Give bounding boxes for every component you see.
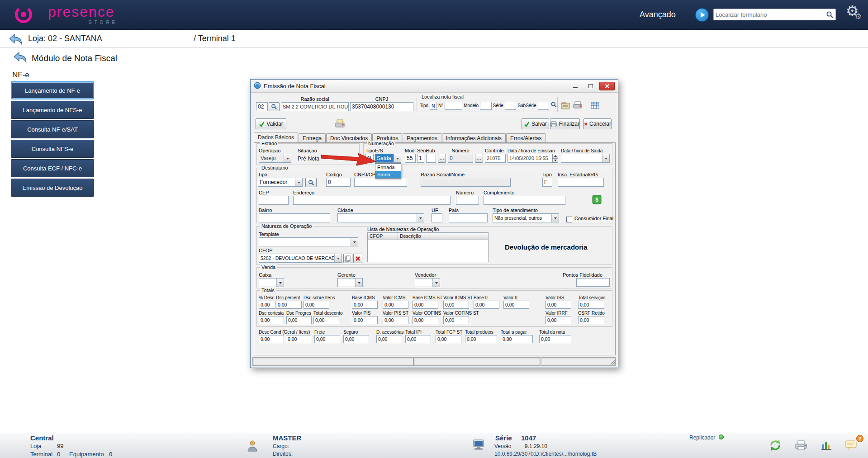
tab-entrega[interactable]: Entrega: [299, 133, 326, 142]
cidade-select[interactable]: [337, 213, 424, 222]
field-input[interactable]: 0,00: [413, 316, 438, 324]
field-input[interactable]: 0,00: [443, 301, 469, 309]
destinatario-search-button[interactable]: [305, 178, 317, 187]
field-input[interactable]: 0,00: [578, 316, 604, 324]
settings-gear-icon[interactable]: ⚙⚙: [846, 4, 866, 18]
sidebar-item-consulta-nfe-sat[interactable]: Consulta NF-e/SAT: [11, 120, 94, 138]
field-input[interactable]: 0,00: [259, 316, 284, 324]
consumidor-final-checkbox[interactable]: [566, 215, 572, 223]
localiza-serie-input[interactable]: [505, 102, 517, 110]
field-input[interactable]: 0,00: [503, 301, 529, 309]
desc-cond-itens-input[interactable]: 0,00: [286, 335, 311, 343]
printer-icon[interactable]: [573, 101, 583, 112]
cfop-clear-button[interactable]: [353, 254, 362, 263]
operacao-select[interactable]: Varejo: [259, 154, 291, 163]
table-grid-icon[interactable]: [591, 102, 599, 111]
field-input[interactable]: 0,00: [383, 316, 408, 324]
sidebar-item-consulta-nfse[interactable]: Consulta NFS-e: [11, 140, 94, 158]
status-db-path: 10.0.69.29/3070:D:\Clientes\...\homolog.…: [494, 451, 597, 457]
col-cfop[interactable]: CFOP: [368, 233, 398, 240]
search-icon[interactable]: [826, 11, 834, 20]
field-input[interactable]: 0,00: [383, 301, 408, 309]
module-back-arrow-icon[interactable]: [13, 51, 28, 65]
field-input[interactable]: 0,00: [436, 335, 461, 343]
field-input[interactable]: 0,00: [276, 301, 302, 309]
field-input[interactable]: 0,00: [443, 316, 469, 324]
field-input[interactable]: 0,00: [545, 316, 571, 324]
cep-lookup-icon[interactable]: $: [592, 195, 602, 206]
field-input[interactable]: 0,00: [539, 335, 571, 343]
pos-printer-icon[interactable]: [335, 119, 345, 130]
field-input[interactable]: 0,00: [474, 301, 499, 309]
field-input[interactable]: 0,00: [352, 301, 378, 309]
col-descricao[interactable]: Descrição: [398, 233, 428, 240]
advanced-menu[interactable]: Avançado: [640, 10, 676, 19]
tab-dados-basicos[interactable]: Dados Básicos: [254, 132, 298, 142]
sync-refresh-icon[interactable]: [769, 439, 782, 453]
es-option-entrada[interactable]: Entrada: [375, 164, 401, 171]
tab-pagamentos[interactable]: Pagamentos: [403, 133, 441, 142]
localiza-search-icon[interactable]: [550, 101, 557, 110]
validar-button[interactable]: Validar: [256, 118, 286, 129]
close-button[interactable]: [599, 82, 615, 90]
field-input[interactable]: 0,00: [501, 335, 533, 343]
field-input[interactable]: 0,00: [259, 301, 275, 309]
es-select[interactable]: Saída: [375, 154, 401, 163]
maximize-button[interactable]: [584, 82, 598, 90]
template-select[interactable]: [259, 237, 358, 246]
play-button[interactable]: [695, 8, 709, 22]
field-input[interactable]: 0,00: [286, 316, 312, 324]
field-input[interactable]: 0,00: [304, 301, 329, 309]
field-input[interactable]: 0,00: [413, 301, 438, 309]
sidebar-item-consulta-ecf-nfce[interactable]: Consulta ECF / NFC-e: [11, 159, 94, 177]
search-input[interactable]: [716, 9, 823, 19]
numero-browse-button[interactable]: ...: [475, 154, 483, 163]
field-input[interactable]: 0,00: [465, 335, 497, 343]
cfop-select[interactable]: 5202 - DEVOLUCAO DE MERCAD: [259, 254, 342, 263]
fax-printer-icon[interactable]: [795, 440, 807, 453]
resize-grip[interactable]: [610, 359, 616, 365]
data-emissao-input[interactable]: 14/05/2020 15:55: [508, 154, 552, 163]
sidebar-item-emissao-devolucao[interactable]: Emissão de Devolução: [11, 179, 94, 197]
field-input[interactable]: 0,00: [578, 301, 604, 309]
data-saida-select[interactable]: [561, 154, 610, 163]
field-input[interactable]: 0,00: [376, 335, 402, 343]
field-input[interactable]: 0,00: [313, 316, 339, 324]
vendedor-select[interactable]: [415, 278, 440, 287]
tipo-atendimento-select[interactable]: Não presencial, outros: [493, 213, 559, 222]
pontos-fidelidade-input[interactable]: [576, 278, 610, 287]
sidebar-item-lancamento-nfse[interactable]: Lançamento de NFS-e: [11, 101, 94, 119]
finalizar-button[interactable]: Finalizar: [550, 118, 580, 129]
sidebar-item-lancamento-nfe[interactable]: Lançamento de NF-e: [11, 81, 94, 99]
cardfile-icon[interactable]: [561, 102, 570, 111]
messages-chat-icon[interactable]: [844, 439, 857, 453]
localiza-modelo-input[interactable]: [480, 102, 492, 110]
caixa-select[interactable]: [259, 278, 284, 287]
field-input[interactable]: 0,00: [545, 301, 571, 309]
tab-informacoes-adicionais[interactable]: Informações Adicionais: [442, 133, 506, 142]
naturezas-table[interactable]: CFOP Descrição: [367, 232, 489, 262]
window-titlebar[interactable]: Emissão de Nota Fiscal: [251, 80, 618, 93]
minimize-button[interactable]: [569, 82, 582, 90]
field-input[interactable]: 0,00: [314, 335, 340, 343]
gerente-select[interactable]: [337, 278, 363, 287]
tab-doc-vinculados[interactable]: Doc Vinculados: [326, 133, 372, 142]
desc-cond-geral-input[interactable]: 0,00: [259, 335, 284, 343]
field-input[interactable]: 0,00: [405, 335, 431, 343]
es-option-saida[interactable]: Saída: [375, 171, 401, 178]
back-arrow-icon[interactable]: [8, 33, 24, 47]
localiza-numero-input[interactable]: [445, 102, 462, 110]
salvar-button[interactable]: Salvar: [522, 118, 549, 129]
localiza-tipo-input[interactable]: N: [430, 102, 437, 110]
company-search-button[interactable]: [269, 102, 280, 111]
field-input[interactable]: 0,00: [343, 335, 369, 343]
localiza-subserie-input[interactable]: [538, 102, 550, 110]
sub-browse-button[interactable]: ...: [438, 154, 446, 163]
tab-erros-alertas[interactable]: Erros/Alertas: [506, 133, 545, 142]
date-spinner[interactable]: [552, 154, 558, 163]
cfop-copy-button[interactable]: [343, 254, 352, 263]
bar-chart-icon[interactable]: [820, 439, 832, 453]
destinatario-tipo-select[interactable]: Fornecedor: [258, 178, 303, 187]
cancelar-button[interactable]: Cancelar: [583, 118, 612, 129]
field-input[interactable]: 0,00: [352, 316, 378, 324]
